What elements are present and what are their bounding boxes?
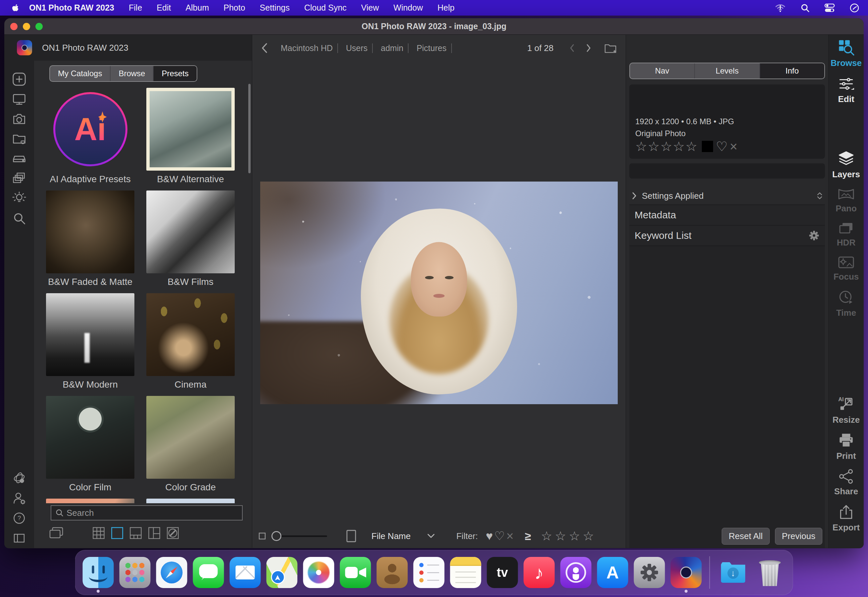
module-export[interactable]: Export [832,504,860,533]
dock-downloads-folder-icon[interactable] [718,557,749,588]
dock-system-settings-icon[interactable] [634,557,665,588]
tab-my-catalogs[interactable]: My Catalogs [50,66,111,81]
tab-nav[interactable]: Nav [630,63,695,79]
dock-contacts-icon[interactable] [377,557,408,588]
module-time[interactable]: Time [836,289,856,318]
camera-import-icon[interactable] [4,109,34,129]
new-folder-icon[interactable] [604,42,617,53]
preset-tile-partial-left[interactable] [46,499,135,503]
reset-all-button[interactable]: Reset All [722,528,770,545]
module-hdr[interactable]: HDR [837,221,855,248]
tab-presets[interactable]: Presets [154,66,196,81]
menubar-app-name[interactable]: ON1 Photo RAW 2023 [29,3,114,13]
menu-edit[interactable]: Edit [157,3,171,13]
grid-view-icon[interactable] [92,526,106,540]
dock-maps-icon[interactable] [267,557,298,588]
dock-music-icon[interactable] [524,557,555,588]
keyword-settings-gear-icon[interactable] [809,230,820,241]
albums-icon[interactable] [4,169,34,189]
preset-tile-color-film[interactable]: Color Film [46,396,135,499]
add-source-button[interactable] [4,69,34,89]
module-print[interactable]: Print [836,432,856,461]
dock-trash-icon[interactable] [754,557,785,588]
filter-disliked-icon[interactable]: × [506,529,514,544]
sort-by-dropdown[interactable]: File Name [372,531,410,541]
help-icon[interactable]: ? [4,508,34,528]
preset-tile-partial-right[interactable] [146,499,235,503]
star-rating[interactable]: ☆☆☆☆☆ [635,139,698,154]
menu-settings[interactable]: Settings [260,3,290,13]
module-edit[interactable]: Edit [838,76,855,104]
compare-view-icon[interactable] [147,526,161,540]
preset-tile-ai-adaptive[interactable]: Ai AI Adaptive Presets [46,88,135,190]
previous-photo-icon[interactable] [569,44,575,52]
settings-applied-row[interactable]: Settings Applied [629,187,825,204]
dual-display-icon[interactable] [49,526,64,540]
dock-reminders-icon[interactable] [413,557,444,588]
preset-scrollbar[interactable] [248,84,250,173]
dock-notes-icon[interactable] [450,557,481,588]
reject-icon[interactable]: × [730,139,737,154]
title-bar[interactable]: ON1 Photo RAW 2023 - image_03.jpg [4,18,864,35]
clock-icon[interactable] [849,3,859,13]
cloud-sync-status-icon[interactable] [4,468,34,488]
filter-gte-icon[interactable]: ≥ [525,530,531,543]
module-pano[interactable]: Pano [835,187,857,214]
filter-not-set-icon[interactable]: ♡ [494,529,505,543]
dock-launchpad-icon[interactable] [120,557,151,588]
dock-safari-icon[interactable] [156,557,187,588]
search-input[interactable] [67,508,238,518]
previous-button[interactable]: Previous [775,528,822,545]
smart-albums-icon[interactable] [4,189,34,208]
favorite-folders-icon[interactable] [4,129,34,149]
spotlight-search-icon[interactable] [800,3,810,13]
module-browse[interactable]: Browse [831,39,862,68]
dock-facetime-icon[interactable] [340,557,371,588]
preset-search-box[interactable] [50,505,243,520]
menu-help[interactable]: Help [437,3,454,13]
dock-finder-icon[interactable] [83,557,114,588]
filter-star-rating[interactable]: ☆☆☆☆ [541,529,597,544]
control-center-icon[interactable] [824,4,835,12]
next-photo-icon[interactable] [586,44,591,52]
dock-on1-photo-raw-icon[interactable] [671,557,702,588]
tab-levels[interactable]: Levels [695,63,760,79]
wifi-alert-icon[interactable] [775,3,786,13]
breadcrumb-volume[interactable]: Macintosh HD [276,43,338,53]
menu-window[interactable]: Window [394,3,423,13]
slider-knob[interactable] [271,531,281,541]
selected-photo[interactable] [260,181,618,404]
tab-browse[interactable]: Browse [111,66,154,81]
this-computer-icon[interactable] [4,89,34,109]
module-focus[interactable]: Focus [834,255,859,282]
breadcrumb-users[interactable]: Users [341,43,373,53]
breadcrumb-pictures[interactable]: Pictures [412,43,452,53]
menu-view[interactable]: View [361,3,379,13]
preset-tile-bw-modern[interactable]: B&W Modern [46,293,135,396]
apple-menu-icon[interactable] [9,3,22,13]
menu-cloud-sync[interactable]: Cloud Sync [304,3,347,13]
dock-podcasts-icon[interactable] [560,557,592,588]
preset-tile-color-grade[interactable]: Color Grade [146,396,235,499]
survey-view-icon[interactable] [166,526,180,540]
color-label-swatch[interactable] [702,141,713,152]
filmstrip-view-icon[interactable] [129,526,143,540]
preset-tile-bw-films[interactable]: B&W Films [146,190,235,293]
dock-messages-icon[interactable] [193,557,224,588]
metadata-section-header[interactable]: Metadata [629,204,825,225]
dock-photos-icon[interactable] [303,557,334,588]
account-settings-icon[interactable] [4,488,34,508]
module-resize[interactable]: AI Resize [832,396,860,425]
breadcrumb-admin[interactable]: admin [376,43,409,53]
toggle-sidebar-icon[interactable] [4,528,34,548]
back-icon[interactable] [261,42,268,53]
local-drives-icon[interactable] [4,149,34,169]
preset-tile-cinema[interactable]: Cinema [146,293,235,396]
chevron-down-icon[interactable] [427,533,435,539]
keyword-list-section-header[interactable]: Keyword List [629,225,825,245]
preset-tile-bw-faded-matte[interactable]: B&W Faded & Matte [46,190,135,293]
preset-tile-bw-alternative[interactable]: B&W Alternative [146,88,235,190]
menu-photo[interactable]: Photo [224,3,245,13]
thumbnail-size-slider[interactable] [271,531,327,541]
search-source-icon[interactable] [4,208,34,228]
